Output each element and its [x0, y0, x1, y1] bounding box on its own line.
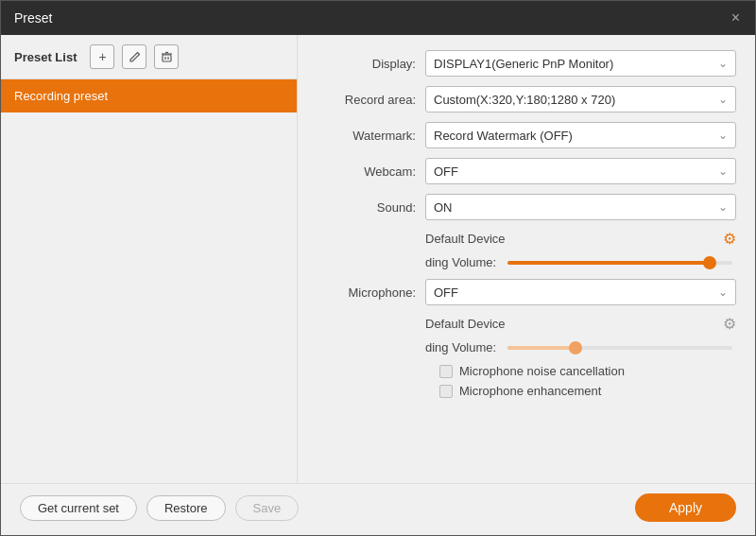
footer: Get current set Restore Save Apply	[1, 483, 755, 535]
enhancement-row: Microphone enhancement	[439, 384, 736, 398]
preset-window: Preset × Preset List +	[0, 0, 756, 536]
watermark-label: Watermark:	[317, 129, 425, 143]
sound-value: ON	[434, 200, 453, 215]
main-content: Display: DISPLAY1(Generic PnP Monitor) ⌄…	[298, 35, 755, 483]
webcam-row: Webcam: OFF ⌄	[317, 158, 736, 184]
webcam-dropdown[interactable]: OFF ⌄	[425, 158, 736, 184]
webcam-value: OFF	[434, 164, 458, 179]
mic-device-name: Default Device	[425, 317, 506, 331]
chevron-down-icon: ⌄	[718, 129, 728, 142]
sidebar-header: Preset List +	[1, 35, 297, 79]
microphone-value: OFF	[434, 285, 458, 300]
form-rows: Display: DISPLAY1(Generic PnP Monitor) ⌄…	[317, 50, 736, 468]
sound-volume-row: ding Volume:	[425, 255, 736, 269]
chevron-down-icon: ⌄	[718, 200, 728, 214]
sound-label: Sound:	[317, 200, 425, 215]
restore-button[interactable]: Restore	[146, 495, 226, 521]
enhancement-checkbox[interactable]	[439, 385, 453, 398]
sound-volume-label: ding Volume:	[425, 255, 496, 269]
sound-volume-slider[interactable]	[507, 261, 732, 265]
preset-list-label: Preset List	[14, 50, 77, 64]
mic-volume-label: ding Volume:	[425, 340, 496, 354]
sound-device-row: Default Device ⚙	[425, 230, 736, 248]
title-bar: Preset ×	[1, 1, 755, 35]
enhancement-label: Microphone enhancement	[459, 384, 601, 398]
display-dropdown[interactable]: DISPLAY1(Generic PnP Monitor) ⌄	[425, 50, 736, 77]
get-current-set-button[interactable]: Get current set	[20, 495, 137, 521]
noise-cancellation-row: Microphone noise cancellation	[439, 364, 736, 378]
record-area-dropdown[interactable]: Custom(X:320,Y:180;1280 x 720) ⌄	[425, 86, 736, 112]
display-label: Display:	[317, 57, 425, 71]
webcam-label: Webcam:	[317, 164, 425, 179]
add-preset-button[interactable]: +	[90, 44, 114, 69]
sound-device-name: Default Device	[425, 232, 506, 246]
microphone-dropdown[interactable]: OFF ⌄	[425, 279, 736, 305]
record-area-row: Record area: Custom(X:320,Y:180;1280 x 7…	[317, 86, 736, 112]
delete-preset-button[interactable]	[154, 44, 179, 69]
chevron-down-icon: ⌄	[718, 164, 728, 178]
sidebar: Preset List + Recordi	[1, 35, 298, 483]
mic-device-row: Default Device ⚙	[425, 315, 736, 333]
microphone-row: Microphone: OFF ⌄	[317, 279, 736, 305]
display-row: Display: DISPLAY1(Generic PnP Monitor) ⌄	[317, 50, 736, 77]
record-area-label: Record area:	[317, 93, 425, 107]
mic-volume-slider[interactable]	[507, 346, 732, 350]
watermark-value: Record Watermark (OFF)	[434, 129, 573, 143]
mic-settings-icon[interactable]: ⚙	[723, 315, 736, 333]
watermark-row: Watermark: Record Watermark (OFF) ⌄	[317, 122, 736, 148]
sound-dropdown[interactable]: ON ⌄	[425, 194, 736, 220]
window-title: Preset	[14, 10, 52, 26]
chevron-down-icon: ⌄	[718, 93, 728, 106]
footer-left-buttons: Get current set Restore Save	[20, 495, 299, 521]
close-button[interactable]: ×	[730, 10, 742, 26]
record-area-value: Custom(X:320,Y:180;1280 x 720)	[434, 93, 615, 107]
edit-preset-button[interactable]	[122, 44, 146, 69]
svg-rect-0	[163, 55, 171, 61]
save-button: Save	[235, 495, 300, 521]
sound-settings-icon[interactable]: ⚙	[723, 230, 736, 248]
noise-cancellation-checkbox[interactable]	[439, 365, 453, 378]
sound-row: Sound: ON ⌄	[317, 194, 736, 220]
chevron-down-icon: ⌄	[718, 57, 728, 70]
preset-item-recording[interactable]: Recording preset	[1, 79, 297, 112]
noise-cancellation-label: Microphone noise cancellation	[459, 364, 625, 378]
apply-button[interactable]: Apply	[635, 493, 736, 522]
microphone-label: Microphone:	[317, 285, 425, 300]
display-value: DISPLAY1(Generic PnP Monitor)	[434, 57, 613, 71]
watermark-dropdown[interactable]: Record Watermark (OFF) ⌄	[425, 122, 736, 148]
mic-volume-row: ding Volume:	[425, 340, 736, 354]
chevron-down-icon: ⌄	[718, 285, 728, 299]
content-area: Preset List + Recordi	[1, 35, 755, 483]
